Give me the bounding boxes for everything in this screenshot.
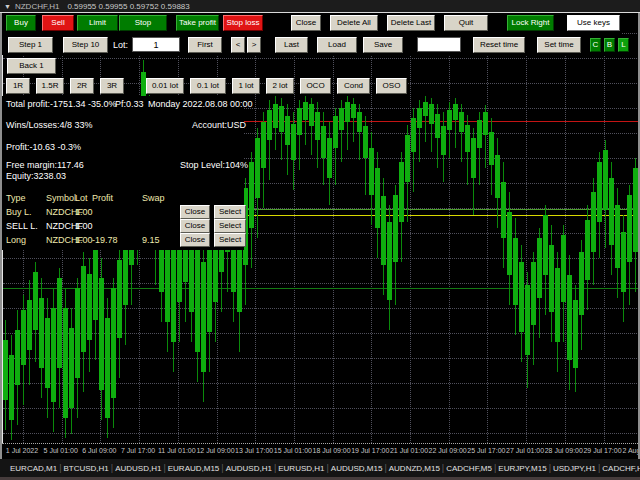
candle — [417, 108, 422, 128]
back-1-button[interactable]: Back 1 — [7, 58, 56, 74]
candle — [597, 162, 602, 222]
lot-01-button[interactable]: 0.1 lot — [190, 78, 226, 94]
candle — [171, 242, 176, 342]
symbol-tab[interactable]: CADCHF,M5 — [444, 464, 494, 473]
candle — [333, 116, 338, 148]
candle — [465, 125, 470, 152]
symbol-tab[interactable]: USDJPY,H1 — [551, 464, 598, 473]
candle — [405, 135, 410, 182]
save-button[interactable]: Save — [363, 37, 403, 53]
candle — [27, 300, 32, 350]
position-select-button[interactable]: Select — [214, 205, 246, 219]
stop-loss-button[interactable]: Stop loss — [223, 15, 263, 31]
candle — [489, 132, 494, 165]
l-button[interactable]: L — [618, 38, 629, 52]
candle — [99, 278, 104, 390]
col-header-profit: Profit — [92, 193, 113, 203]
first-button[interactable]: First — [188, 37, 222, 53]
candle — [453, 104, 458, 120]
symbol-tab[interactable]: CADCHF,H1 — [600, 464, 640, 473]
symbol-tab[interactable]: AUDUSD,H1 — [224, 464, 274, 473]
oco-button[interactable]: OCO — [300, 78, 331, 94]
quit-button[interactable]: Quit — [444, 15, 488, 31]
stop-level-text: Stop Level:104% — [180, 160, 248, 170]
lot-001-button[interactable]: 0.01 lot — [146, 78, 184, 94]
candle — [573, 300, 578, 368]
limit-button[interactable]: Limit — [77, 15, 118, 31]
x-axis-label: 22 Jul 09:00 — [429, 447, 467, 454]
candle — [15, 330, 20, 385]
position-select-button[interactable]: Select — [214, 219, 246, 233]
candle — [279, 106, 284, 132]
x-axis-label: 15 Jul 01:00 — [274, 447, 312, 454]
r2-button[interactable]: 2R — [70, 78, 94, 94]
total-profit-text: Total profit:-1751.34 -35.0% — [6, 99, 117, 109]
r3-button[interactable]: 3R — [100, 78, 124, 94]
symbol-tab[interactable]: EURJPY,M15 — [496, 464, 548, 473]
position-close-button[interactable]: Close — [180, 205, 210, 219]
lot-1-button[interactable]: 1 lot — [232, 78, 260, 94]
sell-button[interactable]: Sell — [42, 15, 74, 31]
symbol-tab[interactable]: AUDNZD,M15 — [387, 464, 442, 473]
symbol-tab[interactable]: AUDUSD,H1 — [113, 464, 163, 473]
position-select-button[interactable]: Select — [214, 233, 246, 247]
position-lot: 1.00 — [75, 207, 93, 217]
close-button[interactable]: Close — [291, 15, 321, 31]
x-axis-label: 5 Jul 01:00 — [44, 447, 78, 454]
candle — [507, 212, 512, 275]
symbol-tab[interactable]: EURAUD,M15 — [166, 464, 222, 473]
reset-time-button[interactable]: Reset time — [473, 37, 525, 53]
r1-button[interactable]: 1R — [6, 78, 30, 94]
candle — [525, 285, 530, 355]
symbol-tab[interactable]: EURCAD,M1 — [8, 464, 59, 473]
candle — [603, 150, 608, 210]
next-button[interactable]: > — [247, 37, 261, 53]
delete-all-button[interactable]: Delete All — [330, 15, 378, 31]
last-button[interactable]: Last — [275, 37, 308, 53]
candle — [537, 238, 542, 298]
candle — [567, 275, 572, 360]
set-time-button[interactable]: Set time — [537, 37, 581, 53]
x-axis-label: 12 Jul 09:00 — [196, 447, 234, 454]
position-lot: 1.00 — [75, 235, 93, 245]
candle — [339, 108, 344, 130]
x-axis-label: 6 Jul 09:00 — [82, 447, 116, 454]
candle — [585, 220, 590, 280]
candle — [369, 148, 374, 195]
lock-right-button[interactable]: Lock Right — [507, 15, 554, 31]
candle — [513, 238, 518, 305]
triangle-down-icon[interactable]: ▼ — [4, 0, 11, 13]
candle — [39, 298, 44, 368]
b-button[interactable]: B — [604, 38, 615, 52]
symbol-tab[interactable]: EURUSD,H1 — [276, 464, 326, 473]
symbol-tab[interactable]: BTCUSD,H1 — [61, 464, 110, 473]
c-button[interactable]: C — [590, 38, 601, 52]
step-1-button[interactable]: Step 1 — [8, 37, 53, 53]
load-button[interactable]: Load — [317, 37, 357, 53]
position-close-button[interactable]: Close — [180, 219, 210, 233]
lot-input[interactable] — [132, 37, 180, 52]
cond-button[interactable]: Cond — [337, 78, 370, 94]
candle — [69, 328, 74, 408]
oso-button[interactable]: OSO — [376, 78, 407, 94]
candle — [249, 162, 254, 228]
prev-button[interactable]: < — [231, 37, 245, 53]
r1-5-button[interactable]: 1.5R — [36, 78, 64, 94]
grid-line — [3, 433, 639, 434]
candle — [321, 126, 326, 158]
candle — [57, 278, 62, 368]
use-keys-button[interactable]: Use keys — [567, 15, 620, 31]
buy-button[interactable]: Buy — [6, 15, 36, 31]
lot-2-button[interactable]: 2 lot — [266, 78, 294, 94]
step-10-button[interactable]: Step 10 — [63, 37, 108, 53]
candle — [609, 178, 614, 245]
delete-last-button[interactable]: Delete Last — [387, 15, 435, 31]
stop-button[interactable]: Stop — [119, 15, 167, 31]
take-profit-button[interactable]: Take profit — [176, 15, 219, 31]
candle — [63, 308, 68, 418]
time-input[interactable] — [417, 37, 461, 52]
symbol-tab[interactable]: AUDUSD,M15 — [329, 464, 385, 473]
col-header-symbol: Symbol — [46, 193, 76, 203]
position-close-button[interactable]: Close — [180, 233, 210, 247]
candle — [531, 262, 536, 325]
